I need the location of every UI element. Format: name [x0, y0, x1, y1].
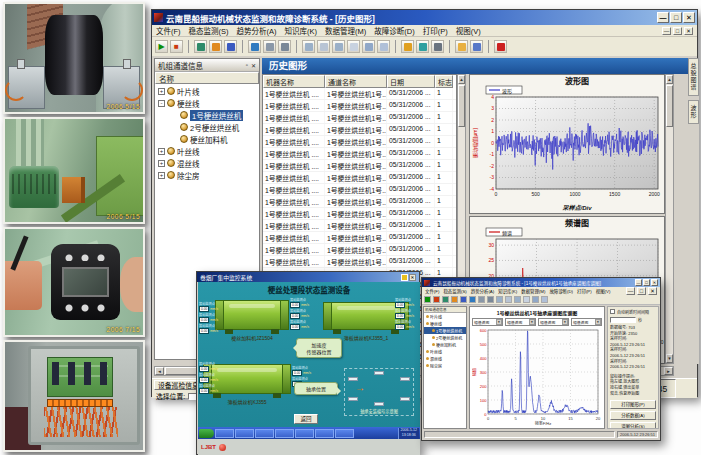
- toolbar-icon[interactable]: [416, 40, 429, 53]
- menu-item[interactable]: 故障诊断(D): [374, 25, 414, 36]
- minimize-icon[interactable]: —: [657, 12, 669, 23]
- toolbar-icon[interactable]: [523, 296, 530, 303]
- table-row[interactable]: 1号梗丝烘丝机 ....1号梗丝烘丝机1号...05/31/2006 ...1: [263, 148, 456, 160]
- toolbar-icon[interactable]: [487, 296, 494, 303]
- column-header[interactable]: 标志: [435, 75, 453, 88]
- tree-item[interactable]: 1号梗丝烘丝机: [155, 109, 259, 121]
- table-row[interactable]: 1号梗丝烘丝机 ....1号梗丝烘丝机1号...05/31/2006 ...1: [263, 256, 456, 268]
- taskbar-item[interactable]: [275, 429, 294, 438]
- toolbar-icon[interactable]: [541, 296, 548, 303]
- taskbar-item[interactable]: [295, 429, 314, 438]
- toolbar-icon[interactable]: [224, 40, 237, 53]
- taskbar-item[interactable]: [335, 429, 354, 438]
- tree-item[interactable]: 2号梗丝烘丝机: [155, 121, 259, 133]
- stop-icon[interactable]: ■: [170, 40, 183, 53]
- table-row[interactable]: 1号梗丝烘丝机 ....1号梗丝烘丝机1号...05/31/2006 ...1: [263, 136, 456, 148]
- tree-item[interactable]: 2号梗丝烘丝机: [424, 334, 466, 341]
- table-row[interactable]: 1号梗丝烘丝机 ....1号梗丝烘丝机1号...05/31/2006 ...1: [263, 100, 456, 112]
- side-tab[interactable]: 波形: [688, 100, 699, 124]
- menu-item[interactable]: 趋势分析(A): [471, 288, 494, 294]
- scroll-thumb[interactable]: [666, 85, 673, 127]
- mdi-minimize-icon[interactable]: —: [626, 287, 635, 295]
- taskbar-item[interactable]: [315, 429, 334, 438]
- scroll-right-icon[interactable]: ►: [664, 367, 673, 375]
- machine-feeder[interactable]: [216, 300, 288, 330]
- maximize-icon[interactable]: □: [670, 12, 682, 23]
- tree-item[interactable]: +叶丝线: [155, 145, 259, 157]
- minimize-icon[interactable]: —: [635, 279, 642, 286]
- minimize-icon[interactable]: [401, 274, 408, 281]
- toolbar-icon[interactable]: [194, 40, 207, 53]
- toolbar-icon[interactable]: [377, 40, 390, 53]
- refresh-interval-input[interactable]: [610, 317, 636, 323]
- scroll-up-icon[interactable]: ▲: [458, 75, 465, 84]
- charts-scrollbar[interactable]: ▲ ▼: [665, 74, 674, 364]
- menu-item[interactable]: 视图(V): [456, 25, 481, 36]
- column-header[interactable]: 机器名称: [263, 75, 325, 88]
- menu-item[interactable]: 稳态监测(S): [443, 288, 466, 294]
- table-row[interactable]: 1号梗丝烘丝机 ....1号梗丝烘丝机1号...05/31/2006 ...1: [263, 208, 456, 220]
- toolbar-icon[interactable]: [332, 40, 345, 53]
- table-row[interactable]: 1号梗丝烘丝机 ....1号梗丝烘丝机1号...05/31/2006 ...1: [263, 112, 456, 124]
- menu-item[interactable]: 趋势分析(A): [237, 25, 277, 36]
- scroll-down-icon[interactable]: ▼: [666, 354, 673, 363]
- toolbar-icon[interactable]: [317, 40, 330, 53]
- toolbar-icon[interactable]: [460, 296, 467, 303]
- column-header[interactable]: 通道名称: [325, 75, 387, 88]
- toolbar-icon[interactable]: [505, 296, 512, 303]
- close-icon[interactable]: ✕: [409, 274, 416, 281]
- toolbar-icon[interactable]: [442, 296, 449, 303]
- auto-refresh-checkbox[interactable]: [610, 309, 615, 314]
- table-row[interactable]: 1号梗丝烘丝机 ....1号梗丝烘丝机1号...05/31/2006 ...1: [263, 88, 456, 100]
- mdi-restore-icon[interactable]: □: [637, 287, 646, 295]
- tree-item[interactable]: -梗丝线: [155, 97, 259, 109]
- title-bar[interactable]: 云南昆船振动机械状态监测和故障诊断系统 - [历史图形] —□✕: [152, 10, 697, 25]
- menu-item[interactable]: 数据管理(M): [325, 25, 366, 36]
- scroll-up-icon[interactable]: ▲: [666, 75, 673, 84]
- toolbar-icon[interactable]: [514, 296, 521, 303]
- menu-item[interactable]: 文件(F): [156, 25, 181, 36]
- spectrum-type-dropdown[interactable]: 幅值谱图▾: [538, 318, 569, 326]
- start-button[interactable]: [199, 429, 214, 438]
- tree-item[interactable]: 梗丝加料机: [155, 133, 259, 145]
- spectrum-type-dropdown[interactable]: 幅值谱图▾: [505, 318, 536, 326]
- table-row[interactable]: 1号梗丝烘丝机 ....1号梗丝烘丝机1号...05/31/2006 ...1: [263, 160, 456, 172]
- action-button[interactable]: 分析数据(A): [610, 411, 656, 420]
- scroll-left-icon[interactable]: ◄: [155, 367, 164, 375]
- tree-item[interactable]: 混丝线: [424, 355, 466, 362]
- menu-item[interactable]: 数据管理(M): [521, 288, 545, 294]
- menu-item[interactable]: 视图(V): [596, 288, 611, 294]
- toolbar-icon[interactable]: [278, 40, 291, 53]
- tree-column-header[interactable]: 名称: [155, 72, 259, 84]
- toolbar-icon[interactable]: [431, 40, 444, 53]
- menu-item[interactable]: 稳态监测(S): [189, 25, 229, 36]
- spectrum-type-dropdown[interactable]: 幅值谱图▾: [571, 318, 602, 326]
- action-button[interactable]: 打印图形(P): [610, 400, 656, 409]
- column-header[interactable]: 日期: [387, 75, 435, 88]
- toolbar-icon[interactable]: [455, 40, 468, 53]
- spectrum-type-dropdown[interactable]: 幅值谱图▾: [472, 318, 503, 326]
- tree-item[interactable]: 叶丝线: [424, 348, 466, 355]
- menu-item[interactable]: 打印(P): [577, 288, 592, 294]
- taskbar-item[interactable]: [235, 429, 254, 438]
- tree-item[interactable]: 叶片线: [424, 313, 466, 320]
- toolbar-icon[interactable]: [433, 296, 440, 303]
- table-row[interactable]: 1号梗丝烘丝机 ....1号梗丝烘丝机1号...05/31/2006 ...1: [263, 244, 456, 256]
- tree-item[interactable]: 梗丝加料机: [424, 341, 466, 348]
- toolbar-icon[interactable]: [347, 40, 360, 53]
- toolbar-icon[interactable]: [470, 40, 483, 53]
- table-row[interactable]: 1号梗丝烘丝机 ....1号梗丝烘丝机1号...05/31/2006 ...1: [263, 184, 456, 196]
- menu-item[interactable]: 文件(F): [425, 288, 439, 294]
- toolbar-icon[interactable]: [478, 296, 485, 303]
- pin-icon[interactable]: ▫: [246, 62, 248, 69]
- table-row[interactable]: 1号梗丝烘丝机 ....1号梗丝烘丝机1号...05/31/2006 ...1: [263, 232, 456, 244]
- close-icon[interactable]: ✕: [651, 279, 658, 286]
- mdi-restore-icon[interactable]: □: [673, 27, 682, 35]
- back-button[interactable]: 返回: [294, 414, 318, 424]
- table-row[interactable]: 1号梗丝烘丝机 ....1号梗丝烘丝机1号...05/31/2006 ...1: [263, 172, 456, 184]
- close-icon[interactable]: ✕: [251, 62, 256, 69]
- mdi-minimize-icon[interactable]: —: [662, 27, 671, 35]
- side-tab[interactable]: 总貌图谱: [688, 58, 699, 96]
- toolbar-icon[interactable]: [496, 296, 503, 303]
- tree-item[interactable]: 梗丝线: [424, 320, 466, 327]
